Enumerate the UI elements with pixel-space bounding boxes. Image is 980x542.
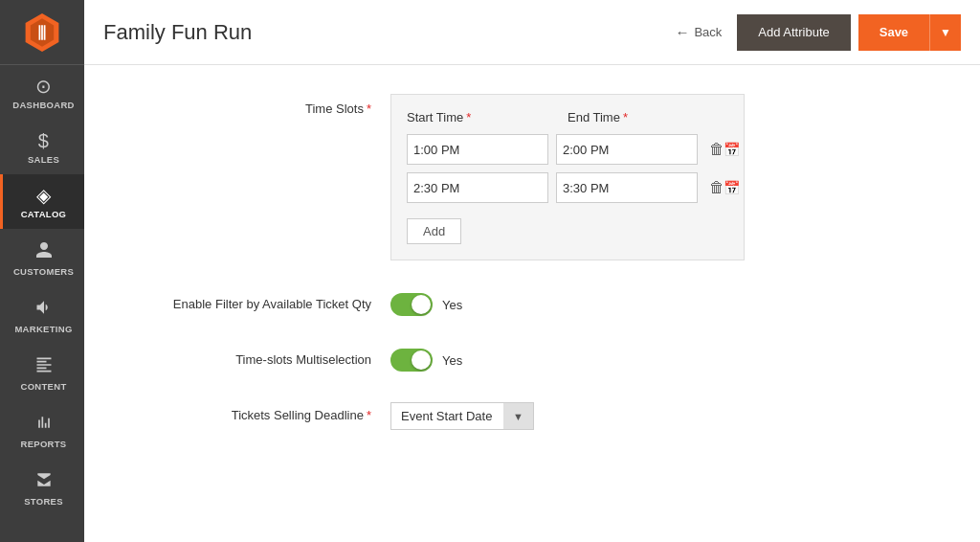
save-button-group: Save ▼ [858,14,961,51]
timeslot-row-2: 📅 📅 🗑 [407,172,728,203]
delete-row-1-button[interactable]: 🗑 [705,141,728,158]
reports-icon [34,413,54,435]
customers-icon [34,240,54,262]
sidebar-item-stores[interactable]: STORES [0,459,84,516]
sidebar-item-sales[interactable]: $ SALES [0,120,84,174]
enable-filter-toggle-wrap: Yes [390,289,942,316]
sidebar-item-sales-label: SALES [28,154,59,165]
sidebar-item-dashboard[interactable]: ⊙ DASHBOARD [0,65,84,120]
sidebar-item-customers-label: CUSTOMERS [13,266,74,277]
sidebar-logo [0,0,84,65]
back-label: Back [694,25,722,39]
timeslots-header: Start Time* End Time* [407,110,728,124]
sales-icon: $ [38,131,49,150]
save-button[interactable]: Save [858,14,929,51]
enable-filter-label: Enable Filter by Available Ticket Qty [122,289,390,311]
enable-filter-row: Enable Filter by Available Ticket Qty Ye… [122,289,942,316]
selling-deadline-row: Tickets Selling Deadline* Event Start Da… [122,400,942,430]
sidebar: ⊙ DASHBOARD $ SALES ◈ CATALOG CUSTOMERS … [0,0,84,542]
chevron-down-icon: ▼ [940,26,951,39]
end-time-field-2[interactable] [563,181,724,195]
toggle-slider-2 [390,349,433,372]
start-time-header: Start Time* [407,110,560,124]
multiselection-control: Yes [390,345,942,372]
sidebar-item-catalog[interactable]: ◈ CATALOG [0,174,84,229]
dashboard-icon: ⊙ [35,77,52,96]
multiselection-value: Yes [442,353,462,368]
multiselection-row: Time-slots Multiselection Yes [122,345,942,372]
delete-row-2-button[interactable]: 🗑 [705,179,728,196]
end-time-input-1[interactable]: 📅 [556,134,698,165]
add-timeslot-button[interactable]: Add [407,218,461,244]
selling-deadline-select[interactable]: Event Start Date Custom Date [390,402,534,430]
start-time-field-1[interactable] [413,143,574,157]
required-star: * [367,102,371,116]
sidebar-item-marketing-label: MARKETING [14,324,72,334]
multiselection-toggle-wrap: Yes [390,345,942,372]
sidebar-item-reports[interactable]: REPORTS [0,401,84,459]
sidebar-item-content[interactable]: CONTENT [0,344,84,401]
content-icon [34,355,54,377]
multiselection-label: Time-slots Multiselection [122,345,390,367]
enable-filter-toggle[interactable] [390,293,433,316]
timeslots-table: Start Time* End Time* 📅 [390,94,745,260]
timeslots-control: Start Time* End Time* 📅 [390,94,942,260]
start-time-input-1[interactable]: 📅 [407,134,548,165]
stores-icon [34,470,54,492]
marketing-icon [34,298,54,320]
sidebar-item-catalog-label: CATALOG [21,209,67,219]
enable-filter-control: Yes [390,289,942,316]
page-title: Family Fun Run [103,20,675,45]
form-content: Time Slots* Start Time* End Time* [84,65,980,542]
sidebar-item-marketing[interactable]: MARKETING [0,286,84,344]
toggle-slider-1 [390,293,433,316]
sidebar-item-reports-label: REPORTS [20,439,66,449]
timeslots-row: Time Slots* Start Time* End Time* [122,94,942,260]
main-content: Family Fun Run ← Back Add Attribute Save… [84,0,980,542]
sidebar-item-stores-label: STORES [24,496,63,507]
timeslots-label: Time Slots* [122,94,390,116]
add-attribute-button[interactable]: Add Attribute [737,14,850,51]
catalog-icon: ◈ [36,186,51,205]
selling-deadline-control: Event Start Date Custom Date ▼ [390,400,942,430]
selling-deadline-select-container: Event Start Date Custom Date ▼ [390,402,534,430]
page-header: Family Fun Run ← Back Add Attribute Save… [84,0,980,65]
end-time-header: End Time* [568,110,721,124]
sidebar-item-customers[interactable]: CUSTOMERS [0,229,84,286]
selling-deadline-label: Tickets Selling Deadline* [122,400,390,422]
multiselection-toggle[interactable] [390,349,433,372]
save-dropdown-button[interactable]: ▼ [929,14,961,51]
enable-filter-value: Yes [442,298,462,312]
back-arrow-icon: ← [675,24,689,40]
selling-deadline-select-wrap: Event Start Date Custom Date ▼ [390,400,942,430]
sidebar-item-content-label: CONTENT [20,381,66,392]
timeslot-row-1: 📅 📅 🗑 [407,134,728,165]
sidebar-item-dashboard-label: DASHBOARD [12,100,74,110]
end-time-input-2[interactable]: 📅 [556,172,698,203]
end-time-field-1[interactable] [563,143,724,157]
start-time-field-2[interactable] [413,181,574,195]
start-time-input-2[interactable]: 📅 [407,172,548,203]
back-button[interactable]: ← Back [675,24,722,40]
